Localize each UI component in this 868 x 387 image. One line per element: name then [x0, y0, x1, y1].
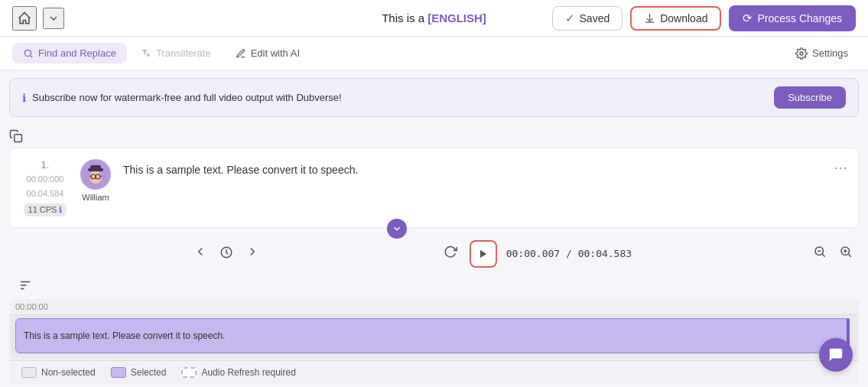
home-button[interactable]	[12, 6, 37, 31]
search-icon	[23, 48, 34, 59]
cps-info-icon[interactable]: ℹ	[59, 205, 62, 215]
script-index: 1.	[41, 159, 50, 171]
info-icon: ℹ	[22, 92, 26, 104]
transliterate-icon	[141, 48, 151, 59]
previous-button[interactable]	[190, 242, 210, 265]
dropdown-button[interactable]	[43, 8, 64, 29]
timeline-block-text: This is a sample text. Please convert it…	[24, 330, 225, 341]
refresh-icon	[444, 245, 457, 259]
find-replace-button[interactable]: Find and Replace	[12, 43, 127, 63]
sort-button[interactable]	[9, 274, 41, 299]
player-center-controls: 00:00.007 / 00:04.583	[441, 240, 632, 268]
download-button[interactable]: Download	[630, 6, 721, 31]
chat-icon	[827, 346, 844, 363]
copy-row	[0, 125, 868, 148]
zoom-out-button[interactable]	[810, 242, 830, 265]
zoom-in-button[interactable]	[836, 242, 856, 265]
sort-row	[0, 274, 868, 299]
script-text[interactable]: This is a sample text. Please convert it…	[123, 159, 846, 178]
transliterate-button[interactable]: Transliterate	[130, 43, 222, 63]
legend-row: Non-selected Selected Audio Refresh requ…	[9, 360, 859, 384]
next-icon	[245, 245, 259, 259]
toolbar-right: Settings	[788, 43, 856, 64]
svg-point-0	[24, 50, 31, 56]
avatar	[80, 159, 111, 190]
settings-button[interactable]: Settings	[788, 43, 856, 64]
svg-rect-2	[15, 135, 22, 142]
legend-selected: Selected	[111, 367, 167, 378]
player-right-controls	[810, 242, 856, 265]
header: This is a [ENGLISH] ✓ Saved Download ⟳ P…	[0, 0, 868, 37]
banner-message: ℹ Subscribe now for watermark-free and f…	[22, 92, 342, 104]
toolbar: Find and Replace Transliterate Edit with…	[0, 37, 868, 70]
history-button[interactable]	[216, 242, 236, 265]
sort-icon	[18, 278, 32, 292]
more-options-button[interactable]: ⋯	[834, 159, 847, 176]
script-time-start: 00:00:000	[27, 174, 64, 185]
legend-non-selected: Non-selected	[21, 367, 96, 378]
timeline-block[interactable]: This is a sample text. Please convert it…	[15, 318, 850, 353]
subscription-banner: ℹ Subscribe now for watermark-free and f…	[9, 78, 859, 117]
speaker-label: William	[82, 193, 109, 202]
header-right: ✓ Saved Download ⟳ Process Changes	[552, 5, 856, 31]
subscribe-button[interactable]: Subscribe	[774, 86, 846, 109]
header-left	[12, 6, 64, 31]
selected-swatch	[111, 367, 126, 378]
audio-refresh-swatch	[181, 367, 197, 378]
speaker-avatar-area: William	[80, 159, 111, 202]
collapse-chevron[interactable]	[387, 219, 407, 239]
svg-point-1	[800, 52, 803, 55]
script-time-end: 00:04.584	[27, 188, 64, 200]
zoom-in-icon	[839, 245, 853, 259]
play-button[interactable]	[470, 240, 497, 268]
saved-button[interactable]: ✓ Saved	[552, 6, 623, 31]
play-icon	[478, 249, 489, 259]
edit-ai-button[interactable]: Edit with AI	[225, 43, 310, 63]
copy-icon	[9, 129, 23, 143]
player-bar: 00:00.007 / 00:04.583	[0, 234, 868, 274]
svg-rect-5	[90, 165, 101, 170]
timeline-track[interactable]: This is a sample text. Please convert it…	[11, 315, 857, 358]
timeline-container: 00:00:00 This is a sample text. Please c…	[9, 299, 859, 360]
script-meta: 1. 00:00:000 00:04.584 11 CPS ℹ	[22, 159, 68, 216]
copy-button[interactable]	[9, 129, 23, 143]
chat-support-button[interactable]	[819, 338, 853, 372]
history-icon	[219, 246, 233, 259]
non-selected-swatch	[21, 367, 37, 378]
document-title: This is a [ENGLISH]	[382, 11, 486, 24]
toolbar-left: Find and Replace Transliterate Edit with…	[12, 43, 310, 63]
legend-audio-refresh: Audio Refresh required	[181, 367, 295, 378]
process-changes-button[interactable]: ⟳ Process Changes	[729, 5, 856, 31]
check-icon: ✓	[565, 11, 575, 25]
spin-icon: ⟳	[743, 11, 753, 25]
previous-icon	[193, 245, 207, 259]
cps-badge: 11 CPS ℹ	[24, 203, 67, 216]
download-icon	[644, 12, 655, 24]
gear-icon	[795, 47, 808, 60]
svg-marker-12	[480, 250, 486, 259]
time-display: 00:00.007 / 00:04.583	[506, 248, 632, 259]
edit-icon	[236, 48, 246, 59]
script-entry: 1. 00:00:000 00:04.584 11 CPS ℹ	[9, 148, 859, 228]
player-left-controls	[190, 242, 262, 265]
chevron-down-icon	[392, 223, 402, 234]
timeline-timestamp: 00:00:00	[9, 299, 859, 315]
refresh-button[interactable]	[441, 242, 460, 265]
zoom-out-icon	[813, 245, 827, 259]
next-button[interactable]	[242, 242, 262, 265]
